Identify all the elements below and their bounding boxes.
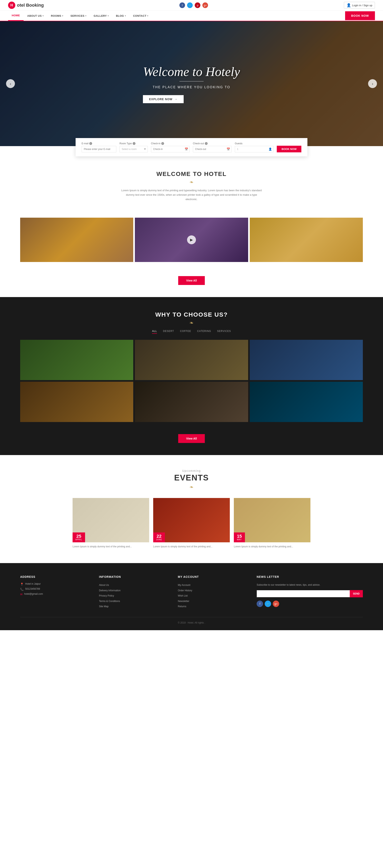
event-image-2[interactable]: 22 JUNE bbox=[153, 498, 230, 542]
checkin-field-group: Check-in i 📅 bbox=[151, 142, 190, 152]
footer-newsletter-col: NEWS LETTER Subscribe to our newsletter … bbox=[257, 575, 363, 609]
room-view-all-wrap: View All bbox=[0, 270, 383, 297]
filter-services[interactable]: SERVICES bbox=[217, 329, 231, 334]
hero-section: ‹ Welcome to Hotely THE PLACE WHERE YOU … bbox=[0, 21, 383, 146]
footer: ADDRESS 📍 Hotel in Jaipur 📞 50123456789 … bbox=[0, 563, 383, 630]
food-image-6[interactable] bbox=[250, 382, 363, 422]
chevron-down-icon: ▾ bbox=[85, 15, 86, 17]
hero-subtitle: THE PLACE WHERE YOU LOOKING TO bbox=[143, 86, 240, 89]
guests-input[interactable] bbox=[235, 146, 273, 152]
event-card-2: 22 JUNE Lorem Ipsum is simply dummy text… bbox=[153, 498, 230, 551]
food-image-4[interactable] bbox=[20, 382, 133, 422]
hero-prev-button[interactable]: ‹ bbox=[6, 79, 15, 88]
footer-link-newsletter[interactable]: Newsletter bbox=[178, 598, 248, 604]
nav-rooms[interactable]: ROOMS ▾ bbox=[47, 11, 67, 21]
food-gallery bbox=[20, 340, 363, 422]
left-arrow-icon: ‹ bbox=[10, 82, 11, 86]
footer-facebook-button[interactable]: f bbox=[257, 600, 263, 607]
logo-area[interactable]: H otel Booking bbox=[8, 2, 44, 9]
checkout-label: Check-out i bbox=[193, 142, 232, 145]
room-image-1[interactable] bbox=[20, 218, 133, 262]
footer-link-sitemap[interactable]: Site Map bbox=[99, 604, 170, 609]
nav-contact[interactable]: CONTACT ▾ bbox=[129, 11, 152, 21]
booking-submit-button[interactable]: BOOK NOW bbox=[277, 146, 301, 152]
why-ornament: ❧ bbox=[20, 320, 363, 326]
email-field-group: E-mail i bbox=[82, 142, 116, 152]
nav-home[interactable]: HOME bbox=[8, 11, 24, 21]
social-links: f 🐦 p g+ bbox=[179, 2, 208, 8]
event-text-1: Lorem Ipsum is simply dummy text of the … bbox=[72, 542, 149, 551]
footer-link-wishlist[interactable]: Wish List bbox=[178, 593, 248, 598]
footer-link-myaccount[interactable]: My Account bbox=[178, 582, 248, 588]
checkout-input-wrap: 📅 bbox=[193, 146, 232, 152]
footer-address-phone: 📞 50123456789 bbox=[20, 587, 91, 591]
twitter-link[interactable]: 🐦 bbox=[187, 2, 193, 8]
google-plus-link[interactable]: g+ bbox=[202, 2, 208, 8]
room-type-label: Room Type i bbox=[120, 142, 148, 145]
newsletter-form: SEND bbox=[257, 590, 363, 597]
footer-link-orderhistory[interactable]: Order History bbox=[178, 588, 248, 593]
footer-grid: ADDRESS 📍 Hotel in Jaipur 📞 50123456789 … bbox=[20, 575, 363, 609]
room-type-select[interactable]: Select a room bbox=[120, 146, 148, 152]
nav-gallery[interactable]: GALLERY ▾ bbox=[90, 11, 113, 21]
welcome-title: WELCOME TO HOTEL bbox=[8, 170, 375, 177]
copyright-text: © 2018 · Hotel. All rights . bbox=[178, 621, 205, 624]
filter-all[interactable]: ALL bbox=[152, 329, 157, 334]
footer-newsletter-title: NEWS LETTER bbox=[257, 575, 363, 579]
room-image-2[interactable]: ▶ bbox=[135, 218, 248, 262]
footer-link-delivery[interactable]: Delivery Information bbox=[99, 588, 170, 593]
facebook-link[interactable]: f bbox=[179, 2, 185, 8]
login-button[interactable]: 👤 Login in / Sign up bbox=[344, 2, 375, 9]
checkin-input[interactable] bbox=[151, 146, 190, 152]
footer-address-col: ADDRESS 📍 Hotel in Jaipur 📞 50123456789 … bbox=[20, 575, 91, 609]
pinterest-link[interactable]: p bbox=[195, 2, 200, 8]
why-title: WHY TO CHOOSE US? bbox=[20, 311, 363, 318]
nav-book-button[interactable]: BOOK NOW bbox=[345, 11, 375, 20]
footer-address-location: 📍 Hotel in Jaipur bbox=[20, 582, 91, 586]
filter-catering[interactable]: CATERING bbox=[197, 329, 211, 334]
explore-button[interactable]: EXPLORE NOW → bbox=[143, 95, 183, 103]
event-card-3: 15 MAY Lorem Ipsum is simply dummy text … bbox=[234, 498, 311, 551]
food-image-5[interactable] bbox=[135, 382, 248, 422]
filter-tabs: ALL DESERT COFFEE CATERING SERVICES bbox=[20, 329, 363, 334]
footer-link-returns[interactable]: Returns bbox=[178, 604, 248, 609]
footer-link-privacy[interactable]: Privacy Policy bbox=[99, 593, 170, 598]
food-image-1[interactable] bbox=[20, 340, 133, 380]
newsletter-send-button[interactable]: SEND bbox=[350, 590, 363, 597]
checkout-input[interactable] bbox=[193, 146, 232, 152]
events-ornament: ❧ bbox=[20, 484, 363, 490]
info-icon: i bbox=[89, 142, 92, 145]
event-image-1[interactable]: 25 APRIL bbox=[72, 498, 149, 542]
room-type-field-group: Room Type i Select a room bbox=[120, 142, 148, 152]
filter-desert[interactable]: DESERT bbox=[163, 329, 174, 334]
filter-coffee[interactable]: COFFEE bbox=[180, 329, 191, 334]
nav-services[interactable]: SERVICES ▾ bbox=[67, 11, 90, 21]
events-subtitle: Upcomming bbox=[20, 469, 363, 472]
newsletter-input[interactable] bbox=[257, 590, 350, 597]
hero-next-button[interactable]: › bbox=[368, 79, 377, 88]
nav-blog[interactable]: BLOG ▾ bbox=[112, 11, 129, 21]
room-view-all-button[interactable]: View All bbox=[178, 276, 205, 285]
nav-items: HOME ABOUT US ▾ ROOMS ▾ SERVICES ▾ GALLE… bbox=[8, 11, 345, 21]
site-header: H otel Booking f 🐦 p g+ 👤 Login in / Sig… bbox=[0, 0, 383, 11]
room-image-3[interactable] bbox=[250, 218, 363, 262]
footer-account-title: MY ACCOUNT bbox=[178, 575, 248, 579]
footer-link-about[interactable]: About Us bbox=[99, 582, 170, 588]
footer-google-plus-button[interactable]: g+ bbox=[273, 600, 279, 607]
play-icon: ▶ bbox=[187, 236, 196, 244]
navbar: HOME ABOUT US ▾ ROOMS ▾ SERVICES ▾ GALLE… bbox=[0, 11, 383, 21]
info-icon: i bbox=[205, 142, 208, 145]
nav-about[interactable]: ABOUT US ▾ bbox=[24, 11, 47, 21]
guests-field-group: Guests 👤 bbox=[235, 142, 273, 152]
phone-icon: 📞 bbox=[20, 588, 24, 591]
why-view-all-button[interactable]: View All bbox=[178, 434, 205, 443]
why-view-all-wrap: View All bbox=[20, 430, 363, 443]
footer-link-terms[interactable]: Terms & Conditions bbox=[99, 598, 170, 604]
food-image-2[interactable] bbox=[135, 340, 248, 380]
welcome-description: Lorem Ipsum is simply dummy text of the … bbox=[121, 188, 262, 202]
footer-twitter-button[interactable]: 🐦 bbox=[265, 600, 271, 607]
event-date-3: 15 MAY bbox=[234, 532, 245, 542]
event-image-3[interactable]: 15 MAY bbox=[234, 498, 311, 542]
email-input[interactable] bbox=[82, 146, 116, 152]
food-image-3[interactable] bbox=[250, 340, 363, 380]
